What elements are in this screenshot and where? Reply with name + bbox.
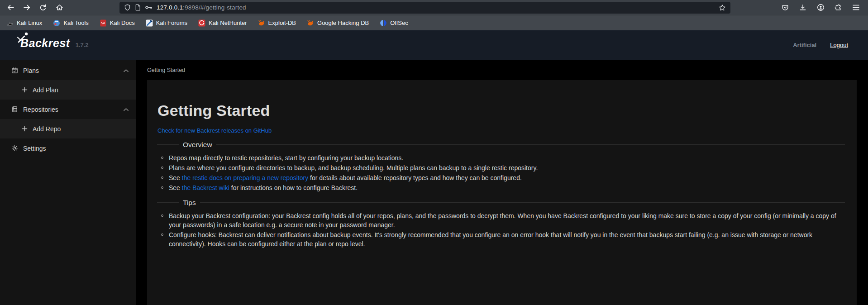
kali-nethunter-icon — [198, 19, 205, 27]
app-header: Backrest 1.7.2 Artificial Logout — [0, 30, 868, 60]
bullet-icon — [161, 176, 163, 179]
key-icon[interactable] — [145, 4, 153, 11]
app-body: Plans Add Plan Repositories — [0, 60, 868, 305]
plus-icon — [22, 87, 28, 93]
divider-line — [157, 202, 179, 203]
list-item-text: Repos map directly to restic repositorie… — [169, 154, 403, 162]
bookmark-kali-linux[interactable]: Kali Linux — [6, 19, 42, 27]
sidebar: Plans Add Plan Repositories — [0, 60, 136, 305]
extensions-icon[interactable] — [832, 1, 844, 14]
divider-line — [216, 144, 845, 145]
sidebar-item-label: Add Plan — [33, 86, 58, 94]
sidebar-item-label: Plans — [23, 67, 39, 74]
backrest-figure-icon — [17, 31, 32, 45]
bookmark-kali-nethunter[interactable]: Kali NetHunter — [198, 19, 247, 27]
logout-button[interactable]: Logout — [830, 42, 848, 48]
bookmarks-bar: Kali Linux Kali Tools Kali Docs Kali For… — [0, 15, 868, 30]
list-item-text: for instructions on how to configure Bac… — [229, 184, 358, 191]
url-host: 127.0.0.1 — [157, 4, 183, 11]
bookmark-offsec[interactable]: OffSec — [380, 19, 408, 27]
url-bar[interactable]: 127.0.0.1:9898/#/getting-started — [119, 2, 730, 14]
bullet-icon — [161, 157, 163, 159]
kali-forums-icon — [146, 19, 153, 27]
breadcrumb: Getting Started — [147, 60, 857, 80]
menu-icon[interactable] — [850, 1, 862, 14]
bullet-icon — [161, 167, 163, 169]
username-label: Artificial — [793, 42, 816, 48]
pocket-icon[interactable] — [779, 1, 791, 14]
tips-divider: Tips — [157, 199, 845, 207]
home-icon[interactable] — [52, 1, 66, 14]
kali-linux-icon — [6, 19, 14, 27]
sidebar-item-add-plan[interactable]: Add Plan — [0, 80, 136, 100]
chevron-up-icon — [124, 108, 129, 111]
divider-line — [200, 202, 845, 203]
kali-docs-icon — [100, 19, 107, 27]
backrest-wiki-link[interactable]: the Backrest wiki — [182, 184, 229, 191]
downloads-icon[interactable] — [797, 1, 809, 14]
list-item-text: See — [169, 174, 182, 181]
calendar-icon — [11, 67, 18, 74]
divider-line — [157, 144, 179, 145]
content-card: Getting Started Check for new Backrest r… — [147, 80, 857, 305]
account-icon[interactable] — [815, 1, 826, 14]
toolbar-right — [779, 1, 864, 14]
bookmark-star-icon[interactable] — [719, 4, 726, 11]
tips-list: Backup your Backrest configuration: your… — [157, 211, 845, 248]
offsec-icon — [380, 19, 387, 27]
breadcrumb-item: Getting Started — [147, 67, 185, 73]
chevron-up-icon — [124, 69, 129, 72]
kali-tools-icon — [53, 19, 60, 27]
url-text[interactable]: 127.0.0.1:9898/#/getting-started — [157, 4, 246, 11]
gear-icon — [11, 145, 18, 152]
bookmark-kali-forums[interactable]: Kali Forums — [146, 19, 187, 27]
sidebar-item-repositories[interactable]: Repositories — [0, 100, 136, 119]
list-item-text: for details about available repository t… — [308, 174, 522, 181]
bookmark-exploit-db[interactable]: Exploit-DB — [258, 19, 296, 27]
bookmark-label: OffSec — [390, 19, 408, 26]
backrest-logo[interactable]: Backrest 1.7.2 — [20, 37, 89, 50]
bookmark-kali-tools[interactable]: Kali Tools — [53, 19, 88, 27]
page-title: Getting Started — [157, 101, 845, 120]
url-path: :9898/#/getting-started — [183, 4, 246, 11]
sidebar-item-add-repo[interactable]: Add Repo — [0, 119, 136, 138]
tracking-shield-icon[interactable] — [124, 4, 131, 11]
version-label: 1.7.2 — [76, 42, 89, 48]
list-item: Plans are where you configure directorie… — [157, 163, 845, 172]
list-item: Repos map directly to restic repositorie… — [157, 153, 845, 162]
list-item: See the restic docs on preparing a new r… — [157, 173, 845, 182]
restic-docs-link[interactable]: the restic docs on preparing a new repos… — [182, 174, 308, 181]
sidebar-item-plans[interactable]: Plans — [0, 61, 136, 80]
list-item: Backup your Backrest configuration: your… — [157, 211, 845, 229]
main-area: Getting Started Getting Started Check fo… — [136, 60, 868, 305]
plus-icon — [22, 126, 28, 132]
list-item-text: Backup your Backrest configuration: your… — [169, 212, 836, 229]
bookmark-label: Google Hacking DB — [317, 19, 369, 26]
bookmark-label: Kali Docs — [110, 19, 135, 26]
list-item-text: Plans are where you configure directorie… — [169, 164, 538, 172]
bullet-icon — [161, 186, 163, 189]
page-info-icon[interactable] — [135, 4, 141, 11]
overview-list: Repos map directly to restic repositorie… — [157, 153, 845, 192]
bookmark-label: Exploit-DB — [268, 19, 296, 26]
header-right: Artificial Logout — [793, 42, 848, 48]
sidebar-item-settings[interactable]: Settings — [0, 138, 136, 158]
bookmark-label: Kali Forums — [156, 19, 187, 26]
release-check-link[interactable]: Check for new Backrest releases on GitHu… — [157, 127, 272, 134]
sidebar-item-label: Repositories — [23, 106, 58, 113]
reload-icon[interactable] — [36, 1, 50, 14]
back-icon[interactable] — [4, 1, 17, 14]
exploit-db-icon — [258, 19, 265, 27]
browser-toolbar: 127.0.0.1:9898/#/getting-started — [0, 0, 868, 15]
bookmark-google-hacking-db[interactable]: Google Hacking DB — [307, 19, 369, 27]
list-item: See the Backrest wiki for instructions o… — [157, 183, 845, 192]
bookmark-label: Kali Tools — [63, 19, 88, 26]
overview-section-title: Overview — [179, 141, 216, 149]
sidebar-item-label: Add Repo — [33, 125, 61, 133]
forward-icon[interactable] — [20, 1, 33, 14]
bookmark-kali-docs[interactable]: Kali Docs — [100, 19, 135, 27]
screen: 127.0.0.1:9898/#/getting-started — [0, 0, 868, 305]
list-item-text: See — [169, 184, 182, 191]
bullet-icon — [161, 234, 163, 236]
list-item: Configure hooks: Backrest can deliver no… — [157, 230, 845, 248]
